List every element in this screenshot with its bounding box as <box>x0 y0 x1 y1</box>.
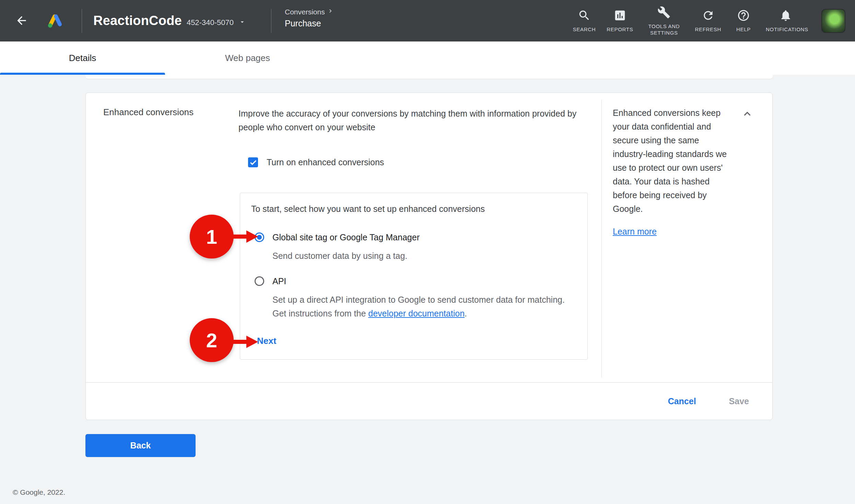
tab-label: Details <box>69 53 96 63</box>
nav-label: NOTIFICATIONS <box>766 26 806 33</box>
annotation-circle-2: 2 <box>190 318 234 362</box>
google-ads-logo-icon[interactable] <box>46 11 65 31</box>
search-icon <box>578 9 591 23</box>
nav-label: SEARCH <box>573 26 596 33</box>
back-button[interactable]: Back <box>85 434 196 457</box>
option-global-site-tag[interactable]: Global site tag or Google Tag Manager Se… <box>255 230 420 263</box>
breadcrumb-current: Purchase <box>285 19 334 28</box>
nav-item-notifications[interactable]: NOTIFICATIONS <box>760 9 811 33</box>
section-description: Improve the accuracy of your conversions… <box>238 107 586 134</box>
enhanced-conversions-card: Enhanced conversions Improve the accurac… <box>85 93 773 420</box>
main-content: Enhanced conversions Improve the accurac… <box>0 75 855 504</box>
option-description: Send customer data by using a tag. <box>272 249 420 263</box>
account-id: 452-340-5070 <box>187 18 234 27</box>
collapse-panel-icon[interactable] <box>741 107 754 122</box>
divider <box>82 9 82 33</box>
nav-item-refresh[interactable]: REFRESH <box>689 9 727 33</box>
tab-details[interactable]: Details <box>0 41 165 75</box>
option-text: Global site tag or Google Tag Manager Se… <box>272 230 420 263</box>
settings-column: Improve the accuracy of your conversions… <box>238 107 592 134</box>
nav-label: REFRESH <box>695 26 721 33</box>
nav-item-help[interactable]: HELP <box>727 9 760 33</box>
cancel-button[interactable]: Cancel <box>665 394 700 409</box>
copyright-text: © Google, 2022. <box>13 488 65 496</box>
screen: ReactionCode 452-340-5070 Conversions Pu… <box>0 0 855 504</box>
nav-label: REPORTS <box>607 26 633 33</box>
option-label: API <box>272 274 574 288</box>
annotation-arrow-1 <box>229 229 258 244</box>
checkbox-checked-icon[interactable] <box>248 157 258 167</box>
chevron-right-icon <box>327 8 334 16</box>
bar-chart-icon <box>613 9 626 23</box>
annotation-circle-1: 1 <box>190 215 234 259</box>
help-panel: Enhanced conversions keep your data conf… <box>613 106 734 237</box>
developer-documentation-link[interactable]: developer documentation <box>368 309 465 318</box>
wrench-icon <box>657 6 670 20</box>
tab-bar: Details Web pages <box>0 41 855 75</box>
annotation-number: 2 <box>206 329 217 352</box>
nav-label: HELP <box>736 26 751 33</box>
nav-item-tools-and-settings[interactable]: TOOLS AND SETTINGS <box>639 6 689 36</box>
account-selector[interactable]: ReactionCode 452-340-5070 <box>93 0 246 41</box>
section-label: Enhanced conversions <box>103 107 194 118</box>
option-description: Set up a direct API integration to Googl… <box>272 293 574 320</box>
option-label: Global site tag or Google Tag Manager <box>272 230 420 244</box>
bell-icon <box>779 9 792 23</box>
back-arrow-icon[interactable] <box>15 14 28 28</box>
annotation-number: 1 <box>206 225 217 248</box>
option-text: API Set up a direct API integration to G… <box>272 274 574 320</box>
turn-on-enhanced-conversions-checkbox-row[interactable]: Turn on enhanced conversions <box>248 157 384 167</box>
setup-prompt: To start, select how you want to set up … <box>251 202 485 216</box>
help-icon <box>737 9 750 23</box>
card-footer: Cancel Save <box>86 382 772 420</box>
next-link[interactable]: Next <box>257 336 276 346</box>
nav-item-search[interactable]: SEARCH <box>567 9 601 33</box>
divider <box>271 9 271 33</box>
nav-item-reports[interactable]: REPORTS <box>601 9 639 33</box>
breadcrumb-section[interactable]: Conversions <box>285 8 325 16</box>
tab-web-pages[interactable]: Web pages <box>165 41 330 75</box>
panel-divider <box>601 100 602 377</box>
top-app-bar: ReactionCode 452-340-5070 Conversions Pu… <box>0 0 855 41</box>
learn-more-link[interactable]: Learn more <box>613 227 657 237</box>
nav-label: TOOLS AND SETTINGS <box>644 23 684 36</box>
radio-unselected-icon[interactable] <box>255 276 264 286</box>
avatar[interactable] <box>821 9 845 33</box>
help-text: Enhanced conversions keep your data conf… <box>613 106 734 216</box>
checkbox-label: Turn on enhanced conversions <box>267 157 384 167</box>
save-button[interactable]: Save <box>726 394 752 409</box>
option-api[interactable]: API Set up a direct API integration to G… <box>255 274 574 320</box>
previous-card-bottom-edge <box>85 75 773 79</box>
header-nav: SEARCH REPORTS TOOLS AND SETTINGS REFRES… <box>567 0 811 41</box>
account-name: ReactionCode <box>93 13 182 28</box>
breadcrumb: Conversions Purchase <box>285 8 334 28</box>
caret-down-icon <box>238 18 246 27</box>
setup-method-box: To start, select how you want to set up … <box>240 193 588 360</box>
option-description-text: . <box>465 309 467 318</box>
annotation-arrow-2 <box>229 334 258 349</box>
tab-label: Web pages <box>225 53 270 63</box>
card-body: Enhanced conversions Improve the accurac… <box>86 93 772 383</box>
refresh-icon <box>702 9 715 23</box>
